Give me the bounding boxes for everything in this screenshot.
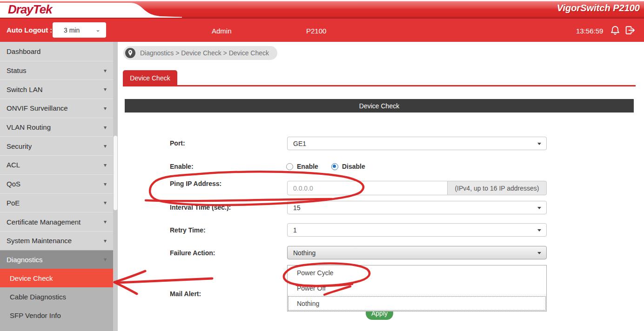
sidebar-item-acl[interactable]: ACL ▾ [0,155,113,174]
auto-logout-select[interactable]: 3 min ⌄ [53,22,106,38]
breadcrumb-text: Diagnostics > Device Check > Device Chec… [140,49,269,57]
arrowhead-lower-barb [114,282,137,294]
disable-option-label: Disable [342,163,365,170]
chevron-down-icon: ▾ [104,105,107,112]
select-arrow-icon [537,229,541,232]
enable-option-label: Enable [297,163,318,170]
brand-band: DrayTek VigorSwitch P2100 [0,0,644,19]
failure-action-label: Failure Action: [170,249,215,257]
chevron-down-icon: ⌄ [95,26,101,33]
interval-time-select[interactable]: 15 [287,201,547,214]
auto-logout-label: Auto Logout : [7,26,52,34]
disable-radio[interactable] [331,163,338,170]
sidebar-item-onvif-surveillance[interactable]: ONVIF Surveillance ▾ [0,99,113,118]
tab-device-check[interactable]: Device Check [123,70,177,86]
chevron-down-icon: ▾ [104,162,107,168]
ping-ip-label: Ping IP Address: [170,180,221,187]
option-power-cycle[interactable]: Power Cycle [288,265,546,281]
enable-radio-group: Enable Disable [286,163,365,170]
enable-label: Enable: [170,163,194,170]
sidebar-item-poe[interactable]: PoE ▾ [0,193,113,212]
panel-title: Device Check [125,99,634,113]
chevron-down-icon: ▾ [104,218,107,225]
sidebar-subitem-device-check[interactable]: Device Check [0,269,113,287]
sidebar-item-diagnostics[interactable]: Diagnostics ▾ [0,250,113,269]
failure-action-select[interactable]: Nothing [287,246,547,259]
select-arrow-icon [537,143,541,145]
chevron-down-icon: ▾ [104,256,107,263]
port-label: Port: [170,139,185,147]
sidebar-filler [0,324,113,331]
sidebar-subitem-cable-diagnostics[interactable]: Cable Diagnostics [0,287,113,306]
logout-icon[interactable] [624,25,636,36]
sidebar-subitem-sfp-vendor-info[interactable]: SFP Vendor Info [0,306,113,324]
retry-time-select[interactable]: 1 [287,223,547,237]
chevron-down-icon: ▾ [104,143,107,149]
port-select[interactable]: GE1 [287,137,547,150]
option-nothing[interactable]: Nothing [288,296,546,311]
username: Admin [212,27,232,35]
draytek-logo: DrayTek [8,2,52,17]
select-arrow-icon [537,207,541,209]
ping-ip-input[interactable] [287,181,448,195]
select-arrow-icon [537,252,541,254]
tab-underline [123,85,636,86]
sidebar-item-vlan-routing[interactable]: VLAN Routing ▾ [0,118,113,137]
arrow-to-device-check [118,278,212,283]
clock-time: 13:56:59 [576,27,603,35]
location-pin-icon [125,48,135,58]
chevron-down-icon: ▾ [104,199,107,206]
sidebar-scrollbar-thumb[interactable] [114,136,117,210]
arrowhead-upper-barb [114,271,145,282]
device-check-page: DrayTek VigorSwitch P2100 Auto Logout : … [0,0,644,331]
product-title: VigorSwitch P2100 [557,3,640,13]
enable-radio[interactable] [286,163,293,170]
ping-ip-note: (IPv4, up to 16 IP addresses) [448,181,547,195]
chevron-down-icon: ▾ [104,238,107,244]
bell-icon[interactable] [610,25,621,36]
retry-time-label: Retry Time: [170,226,206,234]
breadcrumb: Diagnostics > Device Check > Device Chec… [123,46,277,60]
failure-action-dropdown: Power Cycle Power Off Nothing [287,265,547,311]
toolbar: Auto Logout : 3 min ⌄ Admin P2100 13:56:… [0,19,644,42]
option-power-off[interactable]: Power Off [288,281,546,296]
chevron-down-icon: ▾ [104,67,107,74]
chevron-down-icon: ▾ [104,86,107,93]
model-name: P2100 [306,27,326,35]
sidebar-item-switch-lan[interactable]: Switch LAN ▾ [0,79,113,99]
sidebar-nav: Dashboard Status ▾ Switch LAN ▾ ONVIF Su… [0,42,113,331]
chevron-down-icon: ▾ [104,181,107,187]
sidebar-item-system-maintenance[interactable]: System Maintenance ▾ [0,231,113,250]
interval-time-label: Interval Time (sec.): [170,204,231,211]
sidebar-item-dashboard[interactable]: Dashboard [0,42,113,61]
sidebar-item-qos[interactable]: QoS ▾ [0,174,113,193]
sidebar-item-security[interactable]: Security ▾ [0,136,113,155]
chevron-down-icon: ▾ [104,124,107,131]
sidebar-item-certificate-management[interactable]: Certificate Management ▾ [0,212,113,231]
mail-alert-label: Mail Alert: [170,290,201,298]
sidebar-item-status[interactable]: Status ▾ [0,61,113,80]
